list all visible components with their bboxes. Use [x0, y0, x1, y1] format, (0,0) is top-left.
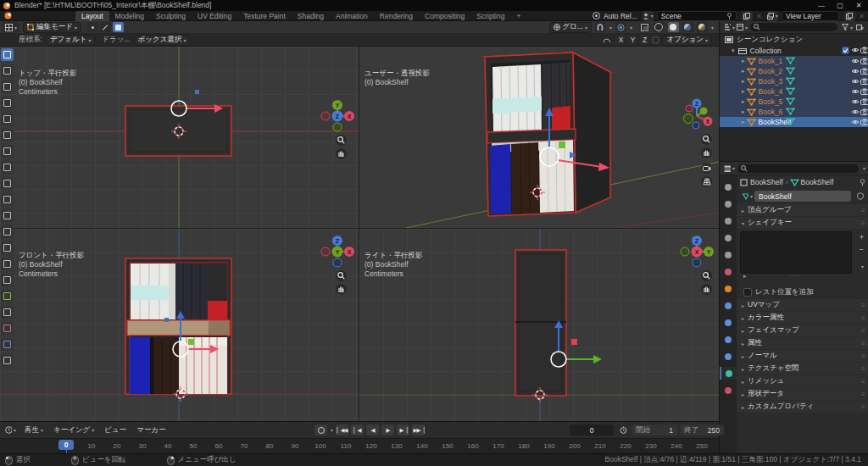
toolbar-tool-button[interactable]	[1, 274, 14, 286]
timeline-menu-item[interactable]: 再生▾	[19, 425, 48, 435]
shading-dropdown[interactable]: ▾	[711, 25, 714, 31]
disable-in-renders-icon[interactable]	[860, 58, 868, 66]
expand-arrow-icon[interactable]: ▸	[742, 119, 745, 125]
toolbar-tool-button[interactable]	[1, 161, 14, 174]
outliner-object-row[interactable]: ▸ BookShelf	[720, 117, 868, 127]
outliner-search-input[interactable]	[750, 23, 837, 31]
timeline-ruler[interactable]: 0102030405060708090100110120130140150160…	[0, 438, 719, 454]
new-collection-button[interactable]	[854, 22, 865, 32]
hide-in-viewport-icon[interactable]	[851, 88, 860, 97]
view-layer-browse-button[interactable]: ▾	[767, 11, 778, 21]
toolbar-tool-button[interactable]	[1, 290, 14, 302]
mirror-axis-button[interactable]: Y	[627, 35, 637, 45]
toolbar-tool-button[interactable]	[1, 113, 14, 125]
mesh-data-icon[interactable]	[786, 57, 795, 66]
face-select-button[interactable]	[113, 22, 124, 32]
fake-user-button[interactable]	[854, 191, 865, 202]
shape-key-expand-icon[interactable]: ▸	[743, 273, 747, 280]
browse-mesh-button[interactable]: ▾	[742, 191, 753, 202]
jump-to-start-button[interactable]: ▏◀◀	[336, 424, 348, 435]
toolbar-tool-button[interactable]	[1, 48, 14, 61]
workspace-tab[interactable]: Animation	[330, 11, 374, 21]
disable-in-renders-icon[interactable]	[860, 68, 868, 76]
scene-collection-row[interactable]: シーンコレクション	[720, 34, 868, 45]
toolbar-tool-button[interactable]	[1, 177, 14, 190]
properties-tab[interactable]	[720, 333, 737, 346]
toolbar-tool-button[interactable]	[1, 80, 14, 93]
transform-orientation-dropdown[interactable]: グロ...▾	[549, 22, 592, 33]
toolbar-tool-button[interactable]	[1, 209, 14, 222]
view-layer-field[interactable]: View Layer	[782, 11, 839, 21]
properties-tab[interactable]	[720, 299, 737, 312]
breadcrumb-object[interactable]: BookShelf	[750, 178, 783, 186]
properties-tab[interactable]	[720, 384, 737, 397]
viewport-top-ortho[interactable]: トップ・平行投影(0) BookShelfCentimeters Y X Z	[0, 47, 359, 229]
workspace-tab[interactable]: Rendering	[374, 11, 419, 21]
timeline-menu-item[interactable]: マーカー	[131, 425, 170, 435]
disable-in-renders-icon[interactable]	[860, 98, 868, 107]
disable-in-renders-icon[interactable]	[860, 119, 868, 127]
toolbar-tool-button[interactable]	[1, 322, 14, 335]
vertex-groups-panel-header[interactable]: ▸頂点グループ≡	[737, 204, 868, 216]
play-button[interactable]: ▶	[381, 424, 394, 435]
properties-tab[interactable]	[720, 265, 737, 278]
editor-type-button[interactable]: ▾	[724, 164, 735, 174]
solid-shading-button[interactable]	[668, 22, 679, 32]
toolbar-tool-button[interactable]	[1, 225, 14, 238]
hide-in-viewport-icon[interactable]	[851, 47, 860, 55]
close-button[interactable]: ✕	[849, 0, 868, 11]
pan-button[interactable]	[336, 148, 347, 159]
shape-key-list[interactable]	[740, 231, 852, 274]
proportional-edit-button[interactable]	[615, 22, 626, 32]
xray-toggle-button[interactable]	[639, 22, 650, 32]
outliner-object-row[interactable]: ▸ Book_3	[720, 76, 868, 86]
properties-tab[interactable]	[720, 197, 737, 210]
scene-name-field[interactable]: Scene	[657, 11, 737, 21]
auto-relations-label[interactable]: Auto Rel...	[604, 12, 637, 20]
properties-tab[interactable]	[720, 180, 737, 193]
properties-search-input[interactable]	[737, 164, 859, 173]
properties-panel-header[interactable]: ▸形状データ≡	[737, 388, 868, 400]
frame-start-field[interactable]: 開始1	[632, 424, 677, 435]
expand-arrow-icon[interactable]: ▸	[742, 68, 745, 75]
zoom-button[interactable]	[336, 270, 347, 281]
expand-arrow-icon[interactable]: ▸	[742, 58, 745, 64]
toolbar-tool-button[interactable]	[1, 258, 14, 270]
rest-position-checkbox[interactable]	[743, 288, 752, 297]
pin-icon[interactable]	[860, 179, 865, 186]
outliner-object-row[interactable]: ▸ Book_4	[720, 86, 868, 97]
properties-tab[interactable]	[720, 214, 737, 227]
workspace-tab[interactable]: UV Editing	[192, 11, 237, 21]
properties-panel-header[interactable]: ▸テクスチャ空間≡	[737, 363, 868, 374]
properties-tab[interactable]	[720, 231, 737, 244]
workspace-tab[interactable]: Texture Paint	[237, 11, 292, 21]
expand-arrow-icon[interactable]: ▸	[742, 78, 745, 85]
edge-select-button[interactable]	[100, 22, 111, 32]
jump-to-end-button[interactable]: ▶▶▕	[412, 424, 425, 435]
mesh-data-icon[interactable]	[786, 77, 795, 86]
toolbar-tool-button[interactable]	[1, 354, 14, 367]
viewport-front-ortho[interactable]: フロント・平行投影(0) BookShelfCentimeters Z X Y	[0, 229, 359, 422]
coord-dropdown[interactable]: デフォルト▾	[46, 35, 96, 46]
toolbar-tool-button[interactable]	[1, 145, 14, 158]
list-resize-grip[interactable]: ∙∙∙∙	[789, 271, 800, 280]
mirror-axis-button[interactable]: X	[615, 35, 626, 45]
properties-panel-header[interactable]: ▸カラー属性≡	[737, 312, 868, 324]
pan-button[interactable]	[701, 284, 712, 295]
timeline-menu-item[interactable]: キーイング▾	[48, 425, 99, 435]
disable-in-renders-icon[interactable]	[860, 88, 868, 97]
maximize-button[interactable]: ▢	[831, 0, 849, 11]
filter-button[interactable]: ▾	[842, 22, 853, 32]
expand-arrow-icon[interactable]: ▸	[742, 108, 745, 115]
navigation-gizmo[interactable]: Z X	[678, 96, 715, 133]
scene-browse-button[interactable]: ▾	[643, 11, 654, 21]
remove-shape-key-button[interactable]: −	[856, 244, 867, 254]
mesh-data-icon[interactable]	[786, 97, 795, 107]
workspace-tab[interactable]: +	[510, 11, 526, 21]
mesh-data-icon[interactable]	[786, 87, 795, 97]
workspace-tab[interactable]: Layout	[75, 11, 109, 21]
outliner-object-row[interactable]: ▸ Book_5	[720, 97, 868, 107]
proportional-falloff-dropdown[interactable]: ▾	[630, 25, 632, 31]
rendered-shading-button[interactable]	[697, 22, 708, 32]
properties-tab[interactable]	[720, 367, 737, 380]
